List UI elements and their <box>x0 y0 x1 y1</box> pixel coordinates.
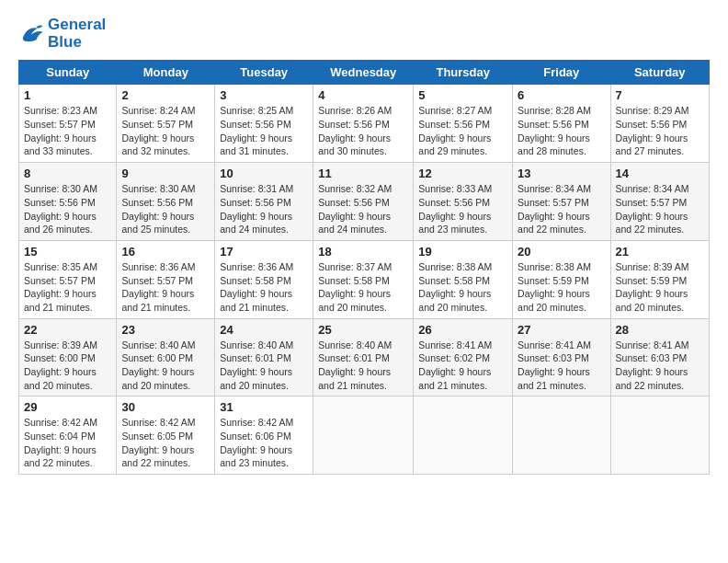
calendar-cell: 18Sunrise: 8:37 AMSunset: 5:58 PMDayligh… <box>313 240 414 318</box>
day-number: 7 <box>616 88 704 102</box>
calendar-page: General Blue SundayMondayTuesdayWednesda… <box>0 0 728 484</box>
day-info: Sunrise: 8:31 AMSunset: 5:56 PMDaylight:… <box>220 182 308 236</box>
calendar-cell: 13Sunrise: 8:34 AMSunset: 5:57 PMDayligh… <box>513 163 610 241</box>
calendar-cell <box>313 396 414 475</box>
day-number: 8 <box>24 167 111 180</box>
day-info: Sunrise: 8:36 AMSunset: 5:58 PMDaylight:… <box>220 260 308 315</box>
day-number: 5 <box>418 88 507 102</box>
calendar-cell: 11Sunrise: 8:32 AMSunset: 5:56 PMDayligh… <box>313 163 414 241</box>
day-info: Sunrise: 8:41 AMSunset: 6:03 PMDaylight:… <box>518 339 605 393</box>
logo: General Blue <box>18 17 106 51</box>
day-number: 20 <box>518 245 605 259</box>
col-header-monday: Monday <box>117 61 215 85</box>
day-number: 22 <box>24 323 111 337</box>
col-header-wednesday: Wednesday <box>313 61 414 85</box>
calendar-cell: 5Sunrise: 8:27 AMSunset: 5:56 PMDaylight… <box>414 85 513 163</box>
calendar-cell: 25Sunrise: 8:40 AMSunset: 6:01 PMDayligh… <box>313 318 414 396</box>
day-number: 6 <box>518 88 605 102</box>
day-number: 14 <box>616 167 704 180</box>
calendar-cell <box>414 396 513 475</box>
calendar-cell: 21Sunrise: 8:39 AMSunset: 5:59 PMDayligh… <box>610 240 709 318</box>
day-info: Sunrise: 8:25 AMSunset: 5:56 PMDaylight:… <box>220 104 308 158</box>
calendar-cell: 14Sunrise: 8:34 AMSunset: 5:57 PMDayligh… <box>610 163 709 241</box>
calendar-cell: 19Sunrise: 8:38 AMSunset: 5:58 PMDayligh… <box>414 240 513 318</box>
day-info: Sunrise: 8:42 AMSunset: 6:06 PMDaylight:… <box>220 416 308 470</box>
day-number: 19 <box>418 245 507 259</box>
day-info: Sunrise: 8:37 AMSunset: 5:58 PMDaylight:… <box>318 260 408 315</box>
day-number: 23 <box>121 323 210 337</box>
calendar-cell: 3Sunrise: 8:25 AMSunset: 5:56 PMDaylight… <box>215 85 313 163</box>
col-header-friday: Friday <box>513 61 610 85</box>
calendar-cell <box>610 396 709 475</box>
page-header: General Blue <box>18 17 710 51</box>
calendar-cell: 20Sunrise: 8:38 AMSunset: 5:59 PMDayligh… <box>513 240 610 318</box>
day-info: Sunrise: 8:41 AMSunset: 6:03 PMDaylight:… <box>616 339 704 393</box>
day-info: Sunrise: 8:41 AMSunset: 6:02 PMDaylight:… <box>418 339 507 393</box>
day-info: Sunrise: 8:30 AMSunset: 5:56 PMDaylight:… <box>24 182 111 236</box>
day-number: 24 <box>220 323 308 337</box>
day-info: Sunrise: 8:40 AMSunset: 6:01 PMDaylight:… <box>318 339 408 393</box>
day-number: 18 <box>318 245 408 259</box>
day-number: 28 <box>616 323 704 337</box>
col-header-saturday: Saturday <box>610 61 709 85</box>
calendar-cell: 6Sunrise: 8:28 AMSunset: 5:56 PMDaylight… <box>513 85 610 163</box>
calendar-cell: 17Sunrise: 8:36 AMSunset: 5:58 PMDayligh… <box>215 240 313 318</box>
calendar-cell: 30Sunrise: 8:42 AMSunset: 6:05 PMDayligh… <box>117 396 215 475</box>
calendar-cell: 29Sunrise: 8:42 AMSunset: 6:04 PMDayligh… <box>19 396 117 475</box>
day-info: Sunrise: 8:28 AMSunset: 5:56 PMDaylight:… <box>518 104 605 158</box>
calendar-cell: 31Sunrise: 8:42 AMSunset: 6:06 PMDayligh… <box>215 396 313 475</box>
day-info: Sunrise: 8:33 AMSunset: 5:56 PMDaylight:… <box>418 182 507 236</box>
day-number: 12 <box>418 167 507 180</box>
calendar-cell: 16Sunrise: 8:36 AMSunset: 5:57 PMDayligh… <box>117 240 215 318</box>
logo-text: General Blue <box>48 17 106 51</box>
day-number: 27 <box>518 323 605 337</box>
day-number: 30 <box>121 400 210 414</box>
calendar-cell: 8Sunrise: 8:30 AMSunset: 5:56 PMDaylight… <box>19 163 117 241</box>
calendar-cell: 27Sunrise: 8:41 AMSunset: 6:03 PMDayligh… <box>513 318 610 396</box>
calendar-cell: 2Sunrise: 8:24 AMSunset: 5:57 PMDaylight… <box>117 85 215 163</box>
calendar-cell: 1Sunrise: 8:23 AMSunset: 5:57 PMDaylight… <box>19 85 117 163</box>
day-number: 31 <box>220 400 308 414</box>
day-number: 9 <box>121 167 210 180</box>
day-info: Sunrise: 8:42 AMSunset: 6:05 PMDaylight:… <box>121 416 210 470</box>
day-info: Sunrise: 8:39 AMSunset: 6:00 PMDaylight:… <box>24 339 111 393</box>
day-info: Sunrise: 8:34 AMSunset: 5:57 PMDaylight:… <box>518 182 605 236</box>
day-number: 29 <box>24 400 111 414</box>
calendar-cell: 22Sunrise: 8:39 AMSunset: 6:00 PMDayligh… <box>19 318 117 396</box>
day-info: Sunrise: 8:40 AMSunset: 6:01 PMDaylight:… <box>220 339 308 393</box>
day-info: Sunrise: 8:26 AMSunset: 5:56 PMDaylight:… <box>318 104 408 158</box>
day-info: Sunrise: 8:36 AMSunset: 5:57 PMDaylight:… <box>121 260 210 315</box>
day-info: Sunrise: 8:34 AMSunset: 5:57 PMDaylight:… <box>616 182 704 236</box>
day-number: 4 <box>318 88 408 102</box>
col-header-sunday: Sunday <box>19 61 117 85</box>
calendar-cell: 28Sunrise: 8:41 AMSunset: 6:03 PMDayligh… <box>610 318 709 396</box>
day-number: 13 <box>518 167 605 180</box>
day-number: 25 <box>318 323 408 337</box>
col-header-thursday: Thursday <box>414 61 513 85</box>
calendar-table: SundayMondayTuesdayWednesdayThursdayFrid… <box>18 60 710 475</box>
calendar-cell: 15Sunrise: 8:35 AMSunset: 5:57 PMDayligh… <box>19 240 117 318</box>
day-number: 10 <box>220 167 308 180</box>
day-number: 2 <box>121 88 210 102</box>
calendar-cell: 24Sunrise: 8:40 AMSunset: 6:01 PMDayligh… <box>215 318 313 396</box>
calendar-cell: 26Sunrise: 8:41 AMSunset: 6:02 PMDayligh… <box>414 318 513 396</box>
day-number: 11 <box>318 167 408 180</box>
day-number: 21 <box>616 245 704 259</box>
calendar-cell: 23Sunrise: 8:40 AMSunset: 6:00 PMDayligh… <box>117 318 215 396</box>
day-info: Sunrise: 8:29 AMSunset: 5:56 PMDaylight:… <box>616 104 704 158</box>
day-info: Sunrise: 8:39 AMSunset: 5:59 PMDaylight:… <box>616 260 704 315</box>
calendar-cell: 10Sunrise: 8:31 AMSunset: 5:56 PMDayligh… <box>215 163 313 241</box>
day-info: Sunrise: 8:42 AMSunset: 6:04 PMDaylight:… <box>24 416 111 470</box>
day-number: 1 <box>24 88 111 102</box>
day-number: 16 <box>121 245 210 259</box>
day-number: 26 <box>418 323 507 337</box>
day-info: Sunrise: 8:38 AMSunset: 5:58 PMDaylight:… <box>418 260 507 315</box>
day-info: Sunrise: 8:24 AMSunset: 5:57 PMDaylight:… <box>121 104 210 158</box>
calendar-cell: 4Sunrise: 8:26 AMSunset: 5:56 PMDaylight… <box>313 85 414 163</box>
calendar-cell: 9Sunrise: 8:30 AMSunset: 5:56 PMDaylight… <box>117 163 215 241</box>
col-header-tuesday: Tuesday <box>215 61 313 85</box>
calendar-cell <box>513 396 610 475</box>
day-info: Sunrise: 8:23 AMSunset: 5:57 PMDaylight:… <box>24 104 111 158</box>
day-number: 3 <box>220 88 308 102</box>
day-info: Sunrise: 8:38 AMSunset: 5:59 PMDaylight:… <box>518 260 605 315</box>
